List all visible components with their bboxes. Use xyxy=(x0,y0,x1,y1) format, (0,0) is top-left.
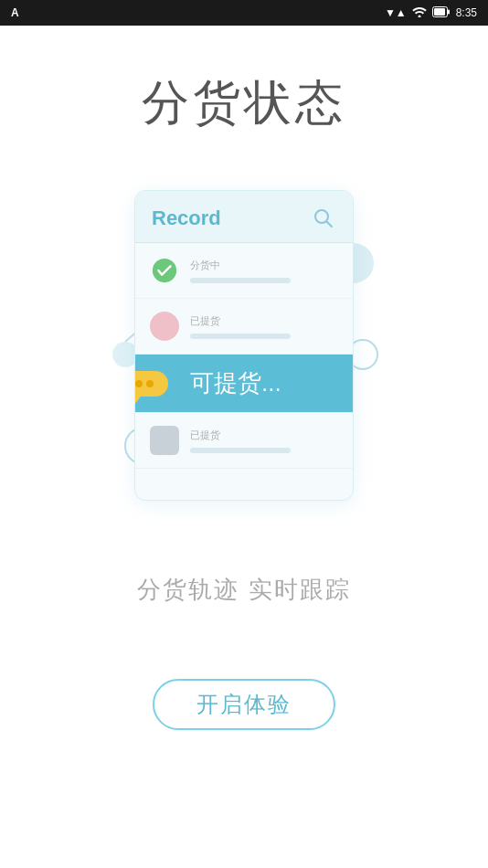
item-bar-delivered xyxy=(190,448,291,453)
card-item-distributing: 分货中 xyxy=(135,243,353,299)
bubble-dot3 xyxy=(146,380,154,387)
status-bar: A ▼▲ 8:35 xyxy=(0,0,488,26)
search-icon[interactable] xyxy=(311,206,336,231)
svg-point-14 xyxy=(153,259,176,282)
card-title: Record xyxy=(152,206,221,230)
item-label-distributing: 分货中 xyxy=(190,259,291,272)
svg-point-0 xyxy=(418,15,420,17)
status-right: ▼▲ 8:35 xyxy=(385,6,477,20)
page-title: 分货状态 xyxy=(142,71,346,135)
gray-box-icon xyxy=(150,426,179,455)
wifi-icon xyxy=(412,6,427,20)
svg-rect-2 xyxy=(448,9,450,14)
pickup-label: 可提货... xyxy=(190,367,281,399)
item-label-delivered: 已提货 xyxy=(190,429,291,442)
bubble-body xyxy=(134,371,168,397)
item-bar-distributing xyxy=(190,278,291,283)
battery-icon xyxy=(432,6,451,20)
carrier-label: A xyxy=(11,6,19,19)
svg-rect-3 xyxy=(434,8,445,16)
item-bar-picked1 xyxy=(190,333,291,339)
card-item-picked1: 已提货 xyxy=(135,299,353,355)
card-wrapper: Record xyxy=(107,172,381,519)
check-icon-green xyxy=(150,256,179,285)
record-card: Record xyxy=(134,190,354,501)
start-button[interactable]: 开启体验 xyxy=(153,679,335,730)
subtitle: 分货轨迹 实时跟踪 xyxy=(137,574,350,606)
card-item-canpickup: 可提货... xyxy=(135,355,353,413)
bubble-tail xyxy=(134,397,141,406)
card-list: 分货中 已提货 xyxy=(135,243,353,469)
card-header: Record xyxy=(135,191,353,243)
signal-icon: ▼▲ xyxy=(385,6,407,19)
time-display: 8:35 xyxy=(456,6,477,19)
item-label-picked1: 已提货 xyxy=(190,314,291,328)
pink-circle-icon xyxy=(150,312,179,341)
card-item-delivered: 已提货 xyxy=(135,413,353,469)
main-content: 分货状态 Record xyxy=(0,26,488,868)
svg-line-13 xyxy=(327,222,333,228)
bubble-dot2 xyxy=(135,380,143,387)
tooltip-bubble xyxy=(134,371,168,397)
